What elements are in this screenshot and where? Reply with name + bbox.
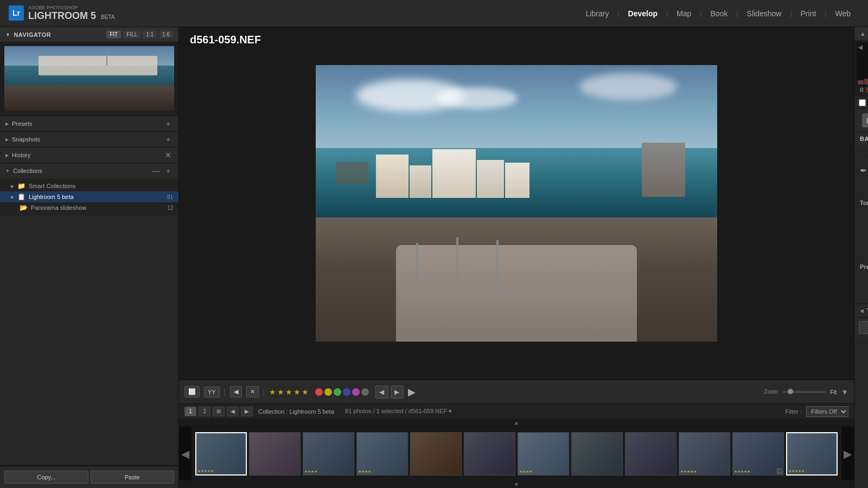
grid-view-btn[interactable]: ⊞ — [213, 407, 225, 416]
tone-curve-header[interactable]: ◀ Tone Curve ▶ — [854, 304, 868, 317]
film-thumb-4[interactable]: ★★★★ — [356, 432, 408, 476]
purple-label[interactable] — [352, 388, 360, 396]
zoom-1-1-btn[interactable]: 1:1 — [143, 30, 157, 38]
app-beta: BETA — [101, 14, 114, 20]
filter-area: Filter : Filters Off — [785, 406, 848, 417]
zoom-1-6-btn[interactable]: 1:6 — [159, 30, 173, 38]
star-2[interactable]: ★ — [277, 388, 284, 396]
star-1[interactable]: ★ — [269, 388, 276, 396]
star-4[interactable]: ★ — [293, 388, 301, 396]
panorama-item[interactable]: 📂 Panorama slideshow 12 — [0, 202, 178, 213]
prev-photo-btn[interactable]: ◀ — [375, 386, 388, 399]
film-thumb-9[interactable] — [625, 432, 676, 476]
copy-button[interactable]: Copy... — [4, 471, 88, 484]
nav-slideshow[interactable]: Slideshow — [738, 0, 790, 27]
paste-button[interactable]: Paste — [91, 471, 175, 484]
nav-book[interactable]: Book — [702, 0, 737, 27]
filmstrip-top-arrow[interactable]: ▲ — [179, 419, 854, 426]
film-thumb-6[interactable] — [464, 432, 515, 476]
film-thumb-1[interactable]: ★★★★★ — [195, 432, 247, 476]
red-label[interactable] — [315, 388, 323, 396]
film-thumb-3[interactable]: ★★★★ — [303, 432, 354, 476]
zoom-fit-btn[interactable]: FIT — [106, 30, 121, 38]
treatment-label: Treatment : — [860, 152, 868, 158]
thumb-badge-11: ⬛ — [777, 468, 782, 474]
yellow-label[interactable] — [324, 388, 332, 396]
view-mode-1[interactable]: 1 — [184, 407, 196, 416]
blue-label[interactable] — [343, 388, 350, 396]
green-label[interactable] — [334, 388, 341, 396]
filmstrip-expand-arrow[interactable]: ▼ — [514, 481, 519, 487]
film-thumb-5[interactable] — [410, 432, 462, 476]
nav-develop[interactable]: Develop — [620, 0, 666, 27]
lr5-collection-item[interactable]: ▶ 📋 Lightroom 5 beta 81 — [0, 191, 178, 202]
view-mode-2[interactable]: 2 — [199, 407, 210, 416]
nav-map[interactable]: Map — [668, 0, 700, 27]
nav-web[interactable]: Web — [826, 0, 859, 27]
navigator-preview[interactable] — [0, 42, 178, 115]
filmstrip: ◀ ★★★★★ ★★★★ ★★★★ ★★★★ — [179, 426, 854, 480]
slideshow-play-btn[interactable]: ▶ — [408, 386, 416, 398]
histogram-panel: ▲ Histogram ▼ — [854, 27, 868, 109]
hist-clip-shadows[interactable]: ◀ — [858, 43, 863, 51]
film-thumb-11[interactable]: ★★★★★ ⬛ — [732, 432, 784, 476]
film-thumb-7[interactable]: ★★★★ — [518, 432, 569, 476]
history-title: ▶ History — [5, 152, 30, 158]
gray-label[interactable] — [361, 388, 369, 396]
presets-add-btn[interactable]: + — [163, 119, 173, 129]
prev-nav-btn[interactable]: ◀ — [227, 407, 239, 416]
film-thumb-8[interactable] — [571, 432, 623, 476]
history-header[interactable]: ▶ History ✕ — [0, 147, 178, 163]
film-thumb-12[interactable]: ★★★★★ — [786, 432, 838, 476]
nav-library[interactable]: Library — [577, 0, 618, 27]
presets-header[interactable]: ▶ Presets + — [0, 116, 178, 131]
star-5[interactable]: ★ — [302, 388, 309, 396]
selection-info: 81 photos / 1 selected / d561-059.NEF ▾ — [345, 408, 452, 415]
rotate-btn[interactable]: ✕ — [246, 386, 259, 397]
histogram-header[interactable]: ▲ Histogram ▼ — [854, 27, 868, 40]
snapshots-add-btn[interactable]: + — [163, 134, 173, 144]
crop-tool[interactable]: ⊞ — [862, 113, 868, 127]
history-close-btn[interactable]: ✕ — [163, 150, 173, 160]
collections-section: ▼ Collections — + ▶ 📁 Smart Collections … — [0, 163, 178, 466]
filter-select[interactable]: Filters Off — [806, 406, 848, 417]
history-section: ▶ History ✕ — [0, 147, 178, 163]
hist-triangle-left: ▲ — [860, 30, 866, 37]
filmstrip-bottom-arrow[interactable]: ▼ — [179, 480, 854, 488]
contrast-row: Contrast 0 — [860, 218, 868, 224]
previous-button[interactable]: Previous — [859, 321, 868, 334]
filmstrip-collapse-arrow[interactable]: ▲ — [514, 420, 519, 426]
eyedropper-icon[interactable]: ✒ — [860, 165, 867, 176]
rating-stars[interactable]: ★ ★ ★ ★ ★ — [269, 388, 309, 396]
before-after-btn[interactable]: ◀ — [230, 386, 242, 397]
next-photo-btn[interactable]: ▶ — [391, 386, 404, 399]
filmstrip-next-btn[interactable]: ▶ — [841, 427, 854, 480]
collections-collapse-btn[interactable]: — — [151, 166, 161, 176]
compare-btn[interactable]: YY — [204, 387, 220, 397]
film-thumb-2[interactable] — [249, 432, 301, 476]
filmstrip-prev-btn[interactable]: ◀ — [179, 427, 192, 480]
histogram-content: ◀ ▶ R 58.2 G 57.0 B 51.5 % — [854, 40, 868, 97]
collections-header[interactable]: ▼ Collections — + — [0, 163, 178, 178]
filter-label: Filter : — [785, 408, 802, 415]
basic-header[interactable]: Basic ▼ — [854, 132, 868, 145]
navigator-header[interactable]: ▼ Navigator FIT FILL 1:1 1:6 — [0, 27, 178, 42]
zoom-dropdown-btn[interactable]: ▼ — [841, 388, 848, 396]
zoom-slider[interactable] — [782, 391, 826, 393]
blacks-label: Blacks — [860, 253, 868, 259]
smart-collections-item[interactable]: ▶ 📁 Smart Collections — [0, 181, 178, 191]
next-nav-btn[interactable]: ▶ — [241, 407, 253, 416]
zoom-area: Zoom Fit ▼ — [764, 388, 848, 396]
exposure-row: Exposure 0.00 — [860, 209, 868, 216]
frame-view-btn[interactable]: ⬜ — [184, 386, 200, 397]
zoom-fill-btn[interactable]: FILL — [123, 30, 141, 38]
hist-header-left: ▲ Histogram — [860, 30, 868, 37]
nav-print[interactable]: Print — [792, 0, 825, 27]
star-3[interactable]: ★ — [285, 388, 292, 396]
thumb-stars-10: ★★★★★ — [680, 470, 697, 474]
zoom-handle[interactable] — [788, 389, 793, 394]
snapshots-header[interactable]: ▶ Snapshots + — [0, 132, 178, 147]
collections-add-btn[interactable]: + — [163, 166, 173, 176]
original-photo-checkbox[interactable] — [859, 99, 866, 106]
film-thumb-10[interactable]: ★★★★★ — [679, 432, 730, 476]
